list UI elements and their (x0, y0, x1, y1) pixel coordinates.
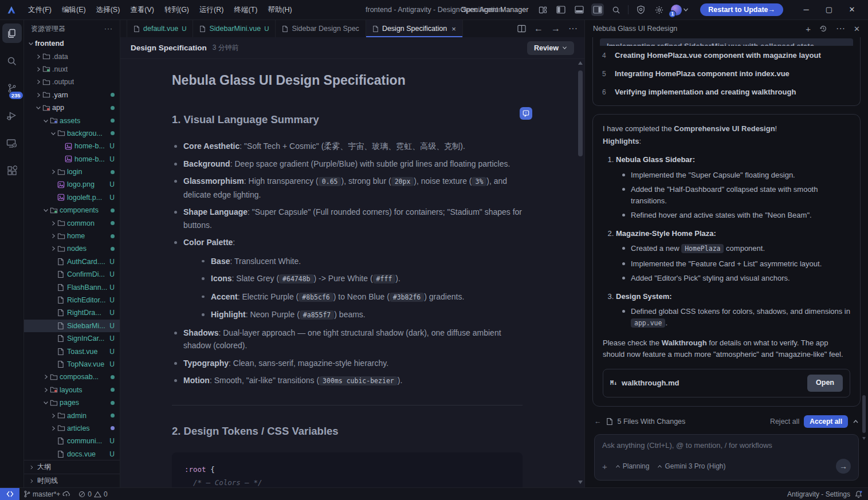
scroll-up-icon[interactable] (578, 61, 583, 65)
tree-row[interactable]: .output (24, 76, 120, 88)
tree-row[interactable]: RichEditor...U (24, 294, 120, 306)
outline-section[interactable]: 大纲 (24, 460, 120, 474)
tree-row[interactable]: FlashBann...U (24, 281, 120, 293)
task-item-clipped[interactable]: Implementing refined SidebarMini.vue wit… (600, 38, 853, 46)
tree-row[interactable]: home (24, 230, 120, 242)
shield-icon[interactable] (634, 3, 647, 16)
tree-row[interactable]: ConfirmDi...U (24, 268, 120, 281)
tree-row[interactable]: logo.pngU (24, 178, 120, 191)
tree-row[interactable]: RightDra...U (24, 306, 120, 319)
run-debug-icon[interactable] (2, 106, 22, 125)
walkthrough-file-chip[interactable]: M↓walkthrough.mdOpen (603, 369, 850, 397)
panel-close-icon[interactable]: ✕ (854, 25, 860, 33)
model-selector[interactable]: Gemini 3 Pro (High) (657, 462, 725, 470)
tree-row[interactable]: layouts (24, 384, 120, 396)
tree-row[interactable]: docs.vueU (24, 448, 120, 460)
chat-input-placeholder[interactable]: Ask anything (Ctrl+L), @ to mention, / f… (602, 441, 851, 450)
bell-icon[interactable] (855, 490, 862, 498)
review-button[interactable]: Review (527, 41, 574, 55)
search-icon[interactable] (610, 3, 622, 16)
tree-row[interactable]: common (24, 216, 120, 229)
attach-icon[interactable]: + (602, 462, 607, 471)
split-editor-icon[interactable] (517, 25, 526, 33)
editor-scrollbar[interactable] (577, 60, 583, 486)
tree-row[interactable]: pages (24, 396, 120, 409)
menu-item[interactable]: 转到(G) (159, 0, 194, 19)
reject-all-button[interactable]: Reject all (770, 418, 799, 426)
menu-item[interactable]: 运行(R) (194, 0, 229, 19)
tree-row[interactable]: .nuxt (24, 63, 120, 76)
mode-selector[interactable]: Planning (615, 462, 650, 470)
customize-layout-icon[interactable] (536, 3, 549, 16)
tree-row[interactable]: SignInCar...U (24, 332, 120, 345)
problems-item[interactable]: 0 0 (74, 490, 111, 498)
extensions-icon[interactable] (2, 161, 22, 180)
tree-row[interactable]: .yarn (24, 89, 120, 101)
gear-icon[interactable] (653, 3, 665, 16)
menu-item[interactable]: 文件(F) (23, 0, 57, 19)
tree-row[interactable]: components (24, 204, 120, 216)
history-icon[interactable] (819, 25, 827, 33)
scrollbar-thumb[interactable] (578, 70, 583, 156)
account-avatar[interactable]: 1 (671, 5, 689, 15)
tree-row[interactable]: backgrou... (24, 127, 120, 140)
add-comment-button[interactable] (520, 107, 532, 120)
menu-item[interactable]: 选择(S) (91, 0, 125, 19)
collapse-chevron-icon[interactable] (853, 419, 859, 424)
scroll-down-icon[interactable] (578, 481, 583, 484)
panel-scrollbar-thumb[interactable] (862, 395, 866, 433)
tree-row[interactable]: home-b...U (24, 153, 120, 166)
maximize-button[interactable]: ▢ (818, 0, 840, 19)
menu-item[interactable]: 查看(V) (125, 0, 159, 19)
tab-close-icon[interactable]: × (451, 25, 456, 33)
tree-row[interactable]: articles (24, 422, 120, 435)
task-item[interactable]: 6Verifying implementation and creating w… (596, 82, 857, 101)
git-branch-item[interactable]: master*+ (19, 490, 74, 498)
tree-row[interactable]: AuthCard....U (24, 255, 120, 268)
tree-row[interactable]: login (24, 166, 120, 178)
panel-scroll-down-icon[interactable] (862, 437, 866, 440)
panel-more-icon[interactable]: ··· (836, 23, 845, 34)
explorer-icon[interactable] (2, 23, 22, 43)
toggle-panel-icon[interactable] (573, 3, 586, 16)
tree-row[interactable]: TopNav.vueU (24, 358, 120, 371)
source-control-icon[interactable]: 235 (2, 78, 22, 98)
editor-tab[interactable]: SidebarMini.vueU (193, 20, 276, 37)
nav-back-icon[interactable]: ← (534, 23, 543, 34)
task-item[interactable]: 5Integrating HomePlaza component into in… (596, 64, 857, 82)
restart-to-update-button[interactable]: Restart to Update→ (700, 3, 783, 16)
toggle-sidebar-icon[interactable] (555, 3, 567, 16)
tree-row[interactable]: admin (24, 409, 120, 422)
menu-item[interactable]: 编辑(E) (57, 0, 91, 19)
menu-item[interactable]: 帮助(H) (262, 0, 297, 19)
tree-row[interactable]: frontend (24, 37, 120, 50)
editor-tab[interactable]: Sidebar Design Spec (276, 20, 366, 37)
close-button[interactable]: ✕ (840, 0, 863, 19)
nav-forward-icon[interactable]: → (551, 23, 560, 34)
explorer-more-icon[interactable]: ··· (104, 25, 113, 33)
back-arrow-icon[interactable]: ← (594, 418, 602, 426)
markdown-preview[interactable]: Nebula Glass UI Design Specification1. V… (120, 59, 584, 487)
open-walkthrough-button[interactable]: Open (807, 375, 843, 392)
accept-all-button[interactable]: Accept all (804, 415, 848, 428)
tree-row[interactable]: app (24, 101, 120, 114)
menu-item[interactable]: 终端(T) (229, 0, 262, 19)
search-sidebar-icon[interactable] (2, 51, 22, 70)
new-conversation-icon[interactable]: + (806, 24, 811, 34)
tree-row[interactable]: SidebarMi...U (24, 320, 120, 332)
editor-more-icon[interactable]: ··· (568, 23, 578, 34)
timeline-section[interactable]: 时间线 (24, 474, 120, 487)
tree-row[interactable]: nodes (24, 242, 120, 255)
remote-indicator[interactable] (0, 488, 19, 500)
tree-row[interactable]: assets (24, 114, 120, 127)
tree-row[interactable]: communi...U (24, 435, 120, 447)
tree-row[interactable]: home-b...U (24, 140, 120, 152)
minimize-button[interactable]: ─ (795, 0, 818, 19)
chat-input-box[interactable]: Ask anything (Ctrl+L), @ to mention, / f… (594, 434, 859, 481)
editor-tab[interactable]: Design Specification× (366, 20, 463, 37)
remote-explorer-icon[interactable] (2, 133, 22, 153)
toggle-secondary-sidebar-icon[interactable] (591, 3, 604, 16)
tree-row[interactable]: Toast.vueU (24, 345, 120, 357)
task-item[interactable]: 4Creating HomePlaza.vue component with m… (596, 46, 857, 64)
tree-row[interactable]: logoleft.p...U (24, 191, 120, 204)
